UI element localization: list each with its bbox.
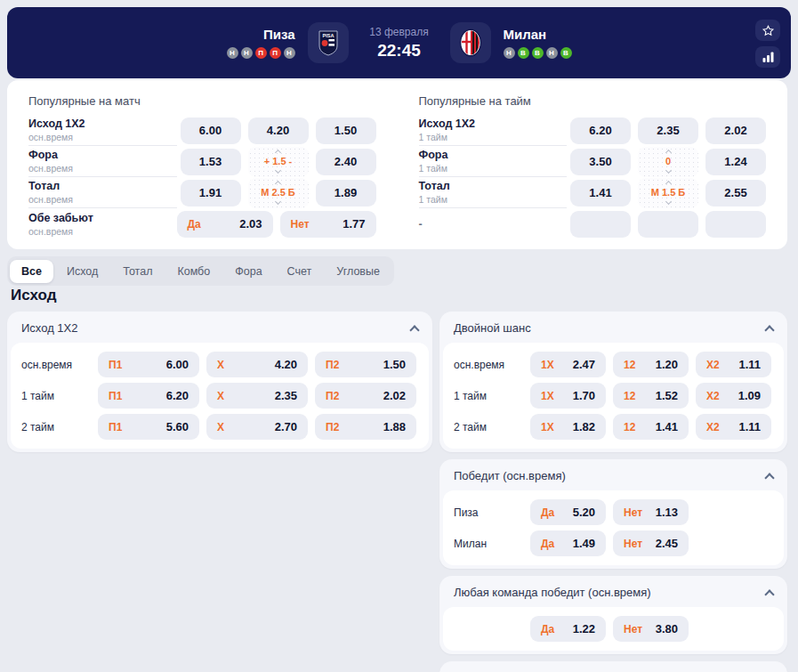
tab-combo[interactable]: Комбо xyxy=(165,260,222,283)
odds-button[interactable]: П21.50 xyxy=(315,352,416,377)
odds-button[interactable]: П21.88 xyxy=(315,414,416,440)
odds-button[interactable]: 2.55 xyxy=(705,180,766,206)
line-value: М 2.5 Б xyxy=(261,188,294,198)
odds-button[interactable]: X2.70 xyxy=(206,414,308,440)
odds-value: 6.00 xyxy=(166,358,189,371)
odds-button[interactable]: 1X1.82 xyxy=(530,414,606,440)
odds-button[interactable]: X21.11 xyxy=(696,352,771,377)
card-header[interactable]: Победа всухую xyxy=(443,661,784,672)
odds-button[interactable]: П16.00 xyxy=(98,352,199,377)
popular-match-panel: Популярные на матч Исход 1X2 осн.время 6… xyxy=(28,94,376,237)
odds-key: 12 xyxy=(624,359,635,371)
odds-button[interactable]: 2.35 xyxy=(638,117,698,144)
odds-button-empty[interactable] xyxy=(705,211,766,238)
odds-group: Да5.20 Нет1.13 xyxy=(530,499,689,525)
odds-value: 1.70 xyxy=(573,389,595,402)
odds-group: П15.60 X2.70 П21.88 xyxy=(98,414,416,440)
odds-button[interactable]: 6.20 xyxy=(570,117,631,144)
row-label: осн.время xyxy=(454,359,530,371)
tab-score[interactable]: Счет xyxy=(276,260,324,283)
odds-button[interactable]: Да5.20 xyxy=(530,499,606,525)
tab-total[interactable]: Тотал xyxy=(111,260,164,283)
odds-key: П1 xyxy=(109,390,122,402)
card-header[interactable]: Победит (осн.время) xyxy=(443,459,784,490)
odds-group xyxy=(567,211,766,238)
market-filter-tabs: Все Исход Тотал Комбо Фора Счет Угловые xyxy=(7,256,394,286)
odds-button[interactable]: П22.02 xyxy=(315,383,416,409)
market-name: Исход 1X2 xyxy=(28,117,165,130)
odds-key: П1 xyxy=(109,421,122,433)
odds-button[interactable]: 1.89 xyxy=(316,180,376,206)
odds-button[interactable]: 1X2.47 xyxy=(530,352,606,377)
markets-column-right: Двойной шанс осн.время 1X2.47 121.20 X21… xyxy=(439,312,787,672)
form-badge: В xyxy=(518,47,529,59)
odds-button[interactable]: 1X1.70 xyxy=(530,383,606,409)
market-label: - xyxy=(419,208,568,239)
tab-outcome[interactable]: Исход xyxy=(55,260,109,283)
line-stepper[interactable]: М 2.5 Б xyxy=(248,178,309,208)
odds-button[interactable]: Да1.49 xyxy=(530,530,606,556)
odds-row: Милан Да1.49 Нет2.45 xyxy=(454,530,773,556)
tab-corners[interactable]: Угловые xyxy=(325,260,391,283)
no-odds-button[interactable]: Нет 1.77 xyxy=(280,211,376,238)
odds-key: Да xyxy=(541,538,554,550)
chevron-up-icon xyxy=(409,325,419,335)
odds-button[interactable]: Нет2.45 xyxy=(613,530,689,556)
tab-all[interactable]: Все xyxy=(10,260,53,283)
row-label: осн.время xyxy=(21,359,98,371)
odds-button[interactable]: 1.41 xyxy=(570,180,631,206)
odds-button[interactable]: Нет3.80 xyxy=(613,616,689,642)
card-header[interactable]: Двойной шанс xyxy=(443,312,784,343)
line-stepper[interactable]: + 1.5 - xyxy=(248,147,309,177)
odds-value: 5.20 xyxy=(573,506,595,519)
tab-handicap[interactable]: Фора xyxy=(223,260,273,283)
stats-button[interactable] xyxy=(755,46,780,68)
odds-group: 1X1.70 121.52 X21.09 xyxy=(530,383,771,409)
odds-button[interactable]: П16.20 xyxy=(98,383,199,409)
market-period: 1 тайм xyxy=(419,132,555,142)
odds-button[interactable]: 3.50 xyxy=(570,149,631,175)
odds-button[interactable]: 1.24 xyxy=(705,149,766,175)
odds-button[interactable]: X21.11 xyxy=(696,414,771,440)
odds-button[interactable]: Нет1.13 xyxy=(613,499,689,525)
card-header[interactable]: Исход 1X2 xyxy=(11,312,429,343)
odds-value: 6.20 xyxy=(166,389,189,402)
odds-button[interactable]: X4.20 xyxy=(206,352,308,377)
home-team-name: Пиза xyxy=(189,27,295,42)
form-badge: В xyxy=(560,47,572,59)
row-label: 1 тайм xyxy=(21,390,98,402)
odds-key: Да xyxy=(541,623,554,636)
form-badge: Н xyxy=(504,47,515,59)
odds-button[interactable]: 1.91 xyxy=(181,180,241,206)
odds-button[interactable]: 2.40 xyxy=(316,149,376,175)
line-stepper[interactable]: 0 xyxy=(638,147,698,177)
odds-value: 1.41 xyxy=(656,420,678,433)
odds-button[interactable]: X21.09 xyxy=(696,383,771,409)
odds-button[interactable]: 121.20 xyxy=(613,352,689,377)
odds-button[interactable]: 121.52 xyxy=(613,383,689,409)
odds-button-empty[interactable] xyxy=(570,211,631,238)
popular-markets-card: Популярные на матч Исход 1X2 осн.время 6… xyxy=(7,80,787,249)
odds-button[interactable]: 4.20 xyxy=(248,117,309,144)
odds-button[interactable]: П15.60 xyxy=(98,414,199,440)
yes-odds-button[interactable]: Да 2.03 xyxy=(177,211,273,238)
chevron-up-icon xyxy=(275,181,281,187)
odds-button-empty[interactable] xyxy=(638,211,698,238)
odds-button[interactable]: 2.02 xyxy=(705,117,766,144)
star-icon xyxy=(762,24,775,37)
odds-button[interactable]: 1.50 xyxy=(316,117,376,144)
odds-key: Нет xyxy=(624,623,642,636)
line-stepper[interactable]: М 1.5 Б xyxy=(638,178,698,208)
odds-button[interactable]: 121.41 xyxy=(613,414,689,440)
market-label: Исход 1X2 1 тайм xyxy=(419,115,568,146)
odds-button[interactable]: 1.53 xyxy=(181,149,241,175)
market-label: Тотал осн.время xyxy=(28,177,177,208)
odds-button[interactable]: X2.35 xyxy=(206,383,308,409)
odds-button[interactable]: 6.00 xyxy=(181,117,241,144)
form-badge: Н xyxy=(241,47,253,59)
card-header[interactable]: Любая команда победит (осн.время) xyxy=(443,576,784,607)
home-team-form: Н Н П П Н xyxy=(189,47,295,59)
favorite-button[interactable] xyxy=(755,20,780,41)
card-body: осн.время П16.00 X4.20 П21.50 1 тайм П16… xyxy=(11,343,429,449)
odds-button[interactable]: Да1.22 xyxy=(530,616,606,642)
